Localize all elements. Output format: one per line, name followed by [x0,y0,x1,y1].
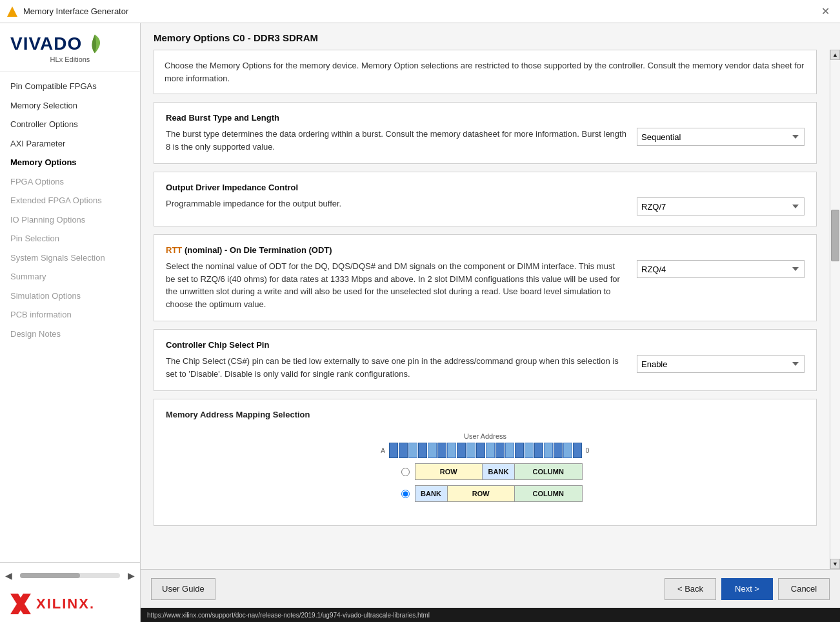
user-guide-button[interactable]: User Guide [151,578,215,600]
sidebar-item-simulation-options: Simulation Options [0,286,140,306]
bottom-right: < Back Next > Cancel [665,578,830,600]
addr-bit-1 [389,443,398,458]
content-area: Memory Options C0 - DDR3 SDRAM Choose th… [141,23,840,622]
scroll-down-button[interactable]: ▼ [830,559,840,569]
addr-bit-7 [447,443,456,458]
output-driver-control: RZQ/7 RZQ/6 RZQ/5 [637,197,805,216]
sidebar-item-memory-options[interactable]: Memory Options [0,153,140,172]
addr-radio-bank-row-col[interactable] [401,490,410,498]
sidebar-scroll-thumb [20,573,80,578]
addr-mapping-title: Memory Address Mapping Selection [166,410,805,419]
sidebar: VIVADO HLx Editions Pin Compatible FPGAs… [0,23,141,622]
sidebar-scroll-right[interactable]: ▶ [123,568,140,583]
addr-bit-17 [544,443,553,458]
sidebar-nav: Pin Compatible FPGAs Memory Selection Co… [0,72,140,562]
sidebar-item-design-notes: Design Notes [0,325,140,344]
sidebar-item-pin-selection: Pin Selection [0,229,140,248]
content-inner: Choose the Memory Options for the memory… [141,50,830,569]
mapping-seg-column-2: COLUMN [515,486,582,501]
next-button[interactable]: Next > [721,578,773,600]
user-address-label: User Address [464,432,506,440]
addr-bits [389,443,582,458]
mapping-seg-bank-1: BANK [483,464,515,479]
window-title: Memory Interface Generator [23,6,812,16]
mapping-seg-column-1: COLUMN [515,464,582,479]
sidebar-item-pin-compatible[interactable]: Pin Compatible FPGAs [0,77,140,96]
addr-radio-options: ROW BANK COLUMN BANK ROW [388,463,583,502]
addr-bit-2 [399,443,408,458]
output-driver-select[interactable]: RZQ/7 RZQ/6 RZQ/5 [637,197,805,216]
addr-bit-12 [495,443,505,458]
mapping-seg-row-1: ROW [415,464,483,479]
addr-radio-row-bank-col[interactable] [401,468,410,476]
sidebar-scroll-left[interactable]: ◀ [0,568,17,583]
addr-mapping-section: Memory Address Mapping Selection User Ad… [154,399,817,526]
rtt-desc: Select the nominal value of ODT for the … [166,260,626,310]
sidebar-scroll-bar: ◀ ▶ [0,562,140,588]
rtt-section: RTT (nominal) - On Die Termination (ODT)… [154,234,817,321]
addr-option-bank-row-col: BANK ROW COLUMN [401,485,583,502]
xilinx-x-icon [10,594,31,614]
sidebar-item-axi-parameter[interactable]: AXI Parameter [0,134,140,154]
sidebar-item-pcb-information: PCB information [0,305,140,325]
chip-select-select[interactable]: Enable Disable [637,355,805,373]
status-text: https://www.xilinx.com/support/doc-nav/r… [147,612,430,619]
content-header: Memory Options C0 - DDR3 SDRAM [141,23,840,50]
sidebar-logo: VIVADO HLx Editions [0,23,140,72]
vivado-logo-text: VIVADO [10,34,82,54]
sidebar-scroll-track [20,573,120,578]
read-burst-control: Sequential Interleaved [637,128,805,146]
info-text: Choose the Memory Options for the memory… [165,61,804,83]
addr-bit-13 [505,443,514,458]
sidebar-item-summary: Summary [0,267,140,286]
rtt-select[interactable]: RZQ/4 RZQ/6 RZQ/8 Disabled [637,260,805,278]
scroll-up-button[interactable]: ▲ [830,50,840,60]
vertical-scrollbar: ▲ ▼ [830,50,840,569]
addr-bit-20 [573,443,582,458]
sidebar-item-extended-fpga-options: Extended FPGA Options [0,191,140,210]
close-button[interactable]: ✕ [817,4,834,19]
addr-bit-5 [428,443,437,458]
sidebar-item-io-planning-options: IO Planning Options [0,210,140,230]
title-bar: Memory Interface Generator ✕ [0,0,840,23]
sidebar-item-system-signals-selection: System Signals Selection [0,248,140,268]
bottom-left: User Guide [151,578,665,600]
addr-bit-16 [534,443,543,458]
addr-bit-4 [418,443,427,458]
xilinx-logo: XILINX. [0,588,140,622]
chip-select-title: Controller Chip Select Pin [166,340,805,350]
sidebar-item-fpga-options: FPGA Options [0,172,140,192]
addr-bit-11 [486,443,495,458]
back-button[interactable]: < Back [665,578,716,600]
addr-bit-6 [437,443,446,458]
rtt-title-middle: (nominal) - On Die Termination (ODT) [182,245,332,255]
addr-bit-14 [515,443,524,458]
addr-option-row-bank-col: ROW BANK COLUMN [401,463,583,480]
scroll-thumb[interactable] [831,210,839,261]
xilinx-logo-text: XILINX. [36,596,95,612]
mapping-seg-bank-2: BANK [415,486,448,501]
info-box: Choose the Memory Options for the memory… [154,50,817,94]
addr-bit-high: A [379,447,388,454]
mapping-bar-1: ROW BANK COLUMN [415,463,583,480]
sidebar-item-controller-options[interactable]: Controller Options [0,115,140,134]
output-driver-title: Output Driver Impedance Control [166,183,805,192]
addr-bit-low: 0 [583,447,592,454]
mapping-seg-row-2: ROW [448,486,515,501]
rtt-control: RZQ/4 RZQ/6 RZQ/8 Disabled [637,260,805,278]
read-burst-select[interactable]: Sequential Interleaved [637,128,805,146]
bottom-bar: User Guide < Back Next > Cancel [141,569,840,608]
svg-marker-0 [7,6,17,17]
output-driver-section: Output Driver Impedance Control Programm… [154,172,817,226]
addr-bit-10 [476,443,485,458]
sidebar-item-memory-selection[interactable]: Memory Selection [0,96,140,115]
addr-bit-8 [457,443,466,458]
chip-select-control: Enable Disable [637,355,805,373]
addr-bit-18 [554,443,563,458]
cancel-button[interactable]: Cancel [778,578,830,600]
page-title: Memory Options C0 - DDR3 SDRAM [154,32,318,43]
app-icon [6,6,18,17]
mapping-bar-2: BANK ROW COLUMN [415,485,583,502]
chip-select-section: Controller Chip Select Pin The Chip Sele… [154,329,817,391]
read-burst-section: Read Burst Type and Length The burst typ… [154,102,817,164]
